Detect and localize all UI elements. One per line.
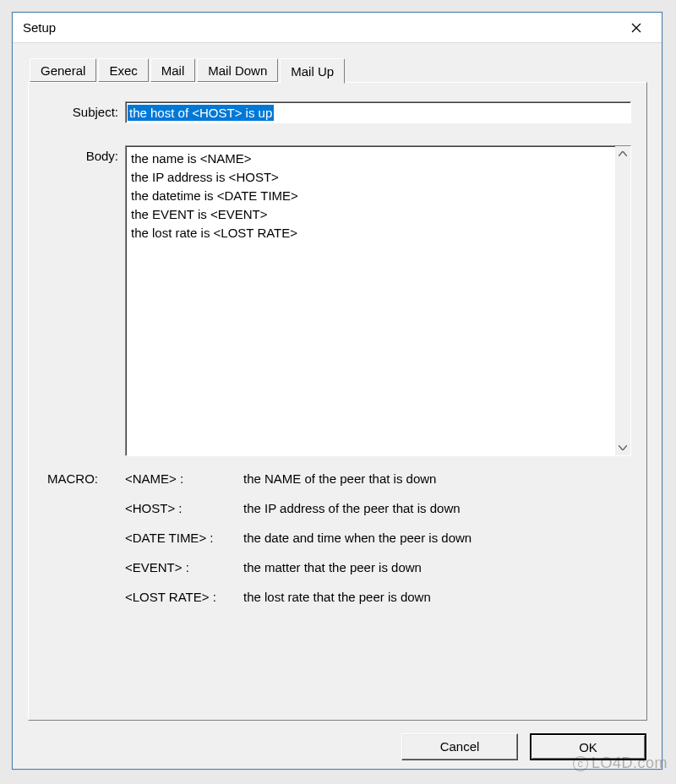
copyright-icon: c xyxy=(573,756,588,771)
tab-general[interactable]: General xyxy=(30,58,96,82)
setup-dialog: Setup General Exec Mail Mail Down Mail U… xyxy=(12,12,662,770)
tab-exec[interactable]: Exec xyxy=(98,58,148,82)
body-row: Body: the name is <NAME> the IP address … xyxy=(44,145,631,456)
body-scrollbar[interactable] xyxy=(615,146,630,455)
scroll-up-icon[interactable] xyxy=(615,146,630,161)
macro-desc: the lost rate that the peer is down xyxy=(243,590,631,604)
titlebar[interactable]: Setup xyxy=(13,13,662,43)
macro-heading: MACRO: xyxy=(47,471,125,486)
macro-row: <DATE TIME> : the date and time when the… xyxy=(47,531,631,545)
close-icon xyxy=(631,23,641,33)
macro-row: <LOST RATE> : the lost rate that the pee… xyxy=(47,590,631,604)
client-area: General Exec Mail Mail Down Mail Up Subj… xyxy=(13,43,662,769)
macro-name: <EVENT> : xyxy=(125,560,243,574)
tab-panel: Subject: the host of <HOST> is up Body: … xyxy=(28,82,647,721)
subject-row: Subject: the host of <HOST> is up xyxy=(44,101,631,123)
window-title: Setup xyxy=(19,20,56,35)
macro-desc: the NAME of the peer that is down xyxy=(243,471,631,486)
macro-row: MACRO: <NAME> : the NAME of the peer tha… xyxy=(47,471,631,486)
macro-row: <HOST> : the IP address of the peer that… xyxy=(47,501,631,515)
subject-label: Subject: xyxy=(44,101,125,119)
body-textarea[interactable]: the name is <NAME> the IP address is <HO… xyxy=(125,145,631,456)
close-button[interactable] xyxy=(618,16,655,40)
macro-name: <NAME> : xyxy=(125,471,243,486)
macro-name: <HOST> : xyxy=(125,501,243,515)
scroll-down-icon[interactable] xyxy=(615,440,630,455)
tab-mail-down[interactable]: Mail Down xyxy=(197,58,278,82)
scroll-track[interactable] xyxy=(615,161,630,440)
tab-strip: General Exec Mail Mail Down Mail Up xyxy=(30,57,646,82)
macro-name: <DATE TIME> : xyxy=(125,531,243,545)
macro-desc: the matter that the peer is down xyxy=(243,560,631,574)
tab-mail-up[interactable]: Mail Up xyxy=(280,58,345,84)
tab-mail[interactable]: Mail xyxy=(150,58,196,82)
macro-name: <LOST RATE> : xyxy=(125,590,243,604)
body-label: Body: xyxy=(44,145,125,163)
macro-desc: the IP address of the peer that is down xyxy=(243,501,631,515)
subject-input[interactable]: the host of <HOST> is up xyxy=(125,101,631,123)
macro-desc: the date and time when the peer is down xyxy=(243,531,631,545)
subject-value: the host of <HOST> is up xyxy=(128,105,274,121)
body-value: the name is <NAME> the IP address is <HO… xyxy=(126,146,615,455)
macro-row: <EVENT> : the matter that the peer is do… xyxy=(47,560,631,574)
macro-block: MACRO: <NAME> : the NAME of the peer tha… xyxy=(44,471,631,604)
cancel-button[interactable]: Cancel xyxy=(401,733,518,760)
watermark: cLO4D.com xyxy=(573,754,668,772)
